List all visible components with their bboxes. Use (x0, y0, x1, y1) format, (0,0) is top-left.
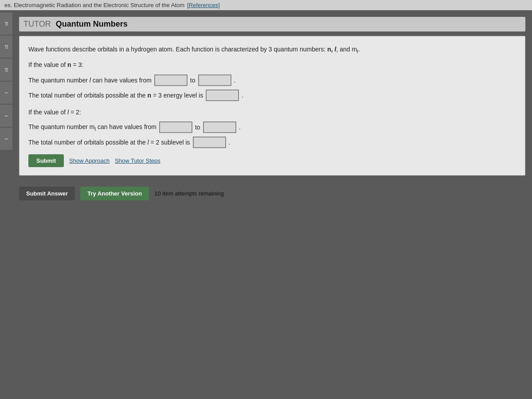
line2-prefix: The total number of orbitals possible at… (28, 92, 203, 99)
line2-period: . (242, 92, 243, 99)
question-button-row: Submit Show Approach Show Tutor Steps (28, 154, 516, 167)
references-link[interactable]: [References] (187, 2, 220, 8)
section1-block: If the value of n = 3: The quantum numbe… (28, 60, 516, 101)
section2-block: If the value of l = 2: The quantum numbe… (28, 107, 516, 148)
section1-row2: The total number of orbitals possible at… (28, 90, 516, 101)
sidebar-tab-2[interactable]: ot (0, 35, 12, 58)
intro-paragraph: Wave functions describe orbitals in a hy… (28, 44, 516, 55)
try-another-button[interactable]: Try Another Version (80, 187, 149, 200)
tutor-header: TUTOR Quantum Numbers (19, 17, 525, 31)
sidebar-tab-5[interactable]: t (0, 105, 12, 127)
line1-to: to (190, 77, 196, 84)
attempts-remaining: 10 item attempts remaining (154, 190, 224, 197)
line3-to: to (195, 124, 200, 131)
section1-title: If the value of n = 3: (28, 60, 516, 70)
breadcrumb-bar: es. Electromagnetic Radiation and the El… (0, 0, 532, 10)
input-orbitals-l2[interactable] (193, 137, 226, 148)
line3-prefix: The quantum number ml can have values fr… (28, 123, 156, 132)
sidebar-tab-4[interactable]: t (0, 82, 12, 104)
question-box: Wave functions describe orbitals in a hy… (19, 36, 525, 176)
breadcrumb-text: es. Electromagnetic Radiation and the El… (4, 2, 184, 8)
input-ml-from[interactable] (159, 121, 192, 133)
line3-period: . (239, 124, 241, 131)
section1-row1: The quantum number l can have values fro… (28, 74, 516, 86)
sidebar: ot ot ot t t t (0, 12, 12, 150)
line4-prefix: The total number of orbitals possible at… (28, 139, 190, 146)
input-l-from[interactable] (154, 74, 188, 86)
show-approach-link[interactable]: Show Approach (69, 157, 110, 164)
input-ml-to[interactable] (203, 121, 236, 133)
submit-answer-button[interactable]: Submit Answer (19, 187, 75, 200)
line1-prefix: The quantum number l can have values fro… (28, 77, 152, 84)
main-content: TUTOR Quantum Numbers Wave functions des… (12, 12, 532, 399)
submit-button[interactable]: Submit (28, 154, 64, 167)
section2-row2: The total number of orbitals possible at… (28, 137, 516, 148)
tutor-label: TUTOR (23, 20, 51, 28)
show-tutor-steps-link[interactable]: Show Tutor Steps (115, 157, 160, 164)
sidebar-tab-3[interactable]: ot (0, 59, 12, 81)
intro-text: Wave functions describe orbitals in a hy… (28, 46, 360, 53)
section2-title: If the value of l = 2: (28, 107, 516, 117)
action-bar: Submit Answer Try Another Version 10 ite… (19, 182, 525, 205)
sidebar-tab-6[interactable]: t (0, 128, 12, 150)
section2-row1: The quantum number ml can have values fr… (28, 121, 516, 133)
page-title: Quantum Numbers (56, 20, 128, 28)
input-l-to[interactable] (198, 74, 231, 86)
line1-period: . (234, 77, 236, 84)
sidebar-tab-1[interactable]: ot (0, 12, 12, 35)
line4-period: . (229, 139, 231, 146)
input-orbitals-n3[interactable] (206, 90, 239, 101)
